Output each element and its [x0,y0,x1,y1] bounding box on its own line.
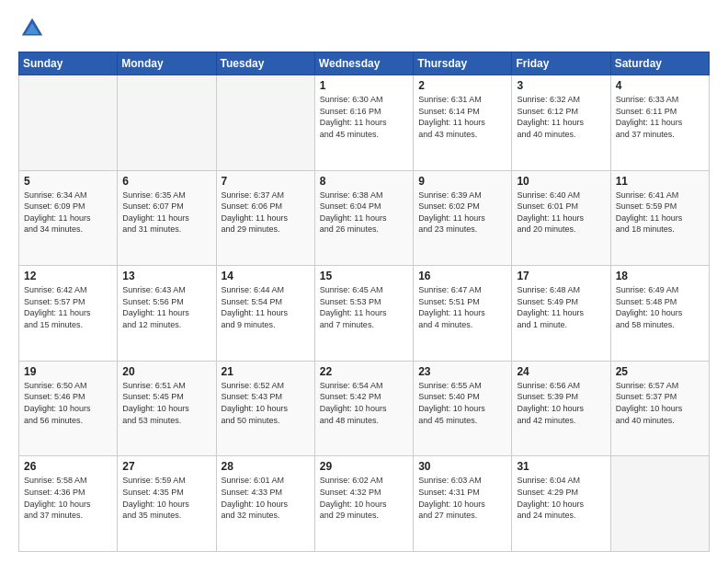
day-info: Sunrise: 6:33 AM Sunset: 6:11 PM Dayligh… [616,94,704,140]
calendar-week-1: 1Sunrise: 6:30 AM Sunset: 6:16 PM Daylig… [19,75,710,171]
day-number: 11 [616,175,704,188]
calendar-cell: 13Sunrise: 6:43 AM Sunset: 5:56 PM Dayli… [118,266,216,362]
day-number: 30 [418,460,506,473]
calendar-cell: 24Sunrise: 6:56 AM Sunset: 5:39 PM Dayli… [512,361,610,456]
day-info: Sunrise: 6:02 AM Sunset: 4:32 PM Dayligh… [320,475,408,521]
weekday-header-tuesday: Tuesday [216,52,314,75]
day-info: Sunrise: 6:39 AM Sunset: 6:02 PM Dayligh… [418,190,506,236]
weekday-header-sunday: Sunday [19,52,118,75]
day-number: 26 [24,460,112,473]
day-info: Sunrise: 6:57 AM Sunset: 5:37 PM Dayligh… [616,380,704,426]
day-info: Sunrise: 6:01 AM Sunset: 4:33 PM Dayligh… [222,475,310,521]
calendar-cell: 31Sunrise: 6:04 AM Sunset: 4:29 PM Dayli… [512,456,610,552]
day-number: 9 [418,175,506,188]
weekday-header-thursday: Thursday [414,52,512,75]
weekday-header-monday: Monday [118,52,216,75]
day-info: Sunrise: 6:44 AM Sunset: 5:54 PM Dayligh… [222,284,310,330]
day-number: 15 [320,270,408,282]
day-info: Sunrise: 6:47 AM Sunset: 5:51 PM Dayligh… [418,284,506,330]
day-info: Sunrise: 6:03 AM Sunset: 4:31 PM Dayligh… [418,475,506,521]
day-number: 29 [320,460,408,473]
calendar-cell: 21Sunrise: 6:52 AM Sunset: 5:43 PM Dayli… [216,361,314,456]
calendar-week-5: 26Sunrise: 5:58 AM Sunset: 4:36 PM Dayli… [19,456,710,552]
calendar-cell: 29Sunrise: 6:02 AM Sunset: 4:32 PM Dayli… [314,456,413,552]
calendar-cell: 28Sunrise: 6:01 AM Sunset: 4:33 PM Dayli… [216,456,314,552]
day-number: 14 [222,270,310,282]
day-number: 2 [418,79,506,92]
day-number: 28 [222,460,310,473]
calendar-cell [216,75,314,171]
calendar-cell: 14Sunrise: 6:44 AM Sunset: 5:54 PM Dayli… [216,266,314,362]
weekday-header-friday: Friday [512,52,610,75]
day-number: 22 [320,365,408,378]
day-number: 25 [616,365,704,378]
day-info: Sunrise: 6:41 AM Sunset: 5:59 PM Dayligh… [616,190,704,236]
day-number: 10 [517,175,605,188]
weekday-header-wednesday: Wednesday [314,52,413,75]
calendar-cell: 27Sunrise: 5:59 AM Sunset: 4:35 PM Dayli… [118,456,216,552]
day-number: 31 [517,460,605,473]
day-info: Sunrise: 6:42 AM Sunset: 5:57 PM Dayligh… [24,284,112,330]
calendar-cell: 9Sunrise: 6:39 AM Sunset: 6:02 PM Daylig… [414,170,512,266]
day-number: 20 [122,365,210,378]
calendar-cell: 30Sunrise: 6:03 AM Sunset: 4:31 PM Dayli… [414,456,512,552]
day-info: Sunrise: 6:56 AM Sunset: 5:39 PM Dayligh… [517,380,605,426]
calendar-cell: 23Sunrise: 6:55 AM Sunset: 5:40 PM Dayli… [414,361,512,456]
calendar-cell: 16Sunrise: 6:47 AM Sunset: 5:51 PM Dayli… [414,266,512,362]
day-number: 4 [616,79,704,92]
day-number: 18 [616,270,704,282]
day-info: Sunrise: 6:04 AM Sunset: 4:29 PM Dayligh… [517,475,605,521]
day-number: 5 [24,175,112,188]
day-number: 1 [320,79,408,92]
day-number: 21 [222,365,310,378]
calendar-cell [118,75,216,171]
day-info: Sunrise: 6:43 AM Sunset: 5:56 PM Dayligh… [122,284,210,330]
day-info: Sunrise: 6:55 AM Sunset: 5:40 PM Dayligh… [418,380,506,426]
day-number: 19 [24,365,112,378]
day-info: Sunrise: 6:31 AM Sunset: 6:14 PM Dayligh… [418,94,506,140]
day-number: 23 [418,365,506,378]
calendar-cell: 5Sunrise: 6:34 AM Sunset: 6:09 PM Daylig… [19,170,118,266]
calendar-cell: 4Sunrise: 6:33 AM Sunset: 6:11 PM Daylig… [610,75,709,171]
calendar-cell: 15Sunrise: 6:45 AM Sunset: 5:53 PM Dayli… [314,266,413,362]
day-number: 12 [24,270,112,282]
day-info: Sunrise: 6:30 AM Sunset: 6:16 PM Dayligh… [320,94,408,140]
calendar-table: SundayMondayTuesdayWednesdayThursdayFrid… [18,52,710,552]
day-info: Sunrise: 5:58 AM Sunset: 4:36 PM Dayligh… [24,475,112,521]
calendar-cell: 1Sunrise: 6:30 AM Sunset: 6:16 PM Daylig… [314,75,413,171]
calendar-cell: 2Sunrise: 6:31 AM Sunset: 6:14 PM Daylig… [414,75,512,171]
calendar-cell [19,75,118,171]
day-info: Sunrise: 6:54 AM Sunset: 5:42 PM Dayligh… [320,380,408,426]
calendar-cell: 18Sunrise: 6:49 AM Sunset: 5:48 PM Dayli… [610,266,709,362]
logo [18,15,50,42]
day-number: 8 [320,175,408,188]
day-info: Sunrise: 6:38 AM Sunset: 6:04 PM Dayligh… [320,190,408,236]
calendar-week-4: 19Sunrise: 6:50 AM Sunset: 5:46 PM Dayli… [19,361,710,456]
day-info: Sunrise: 6:34 AM Sunset: 6:09 PM Dayligh… [24,190,112,236]
day-number: 7 [222,175,310,188]
calendar-cell: 12Sunrise: 6:42 AM Sunset: 5:57 PM Dayli… [19,266,118,362]
calendar-cell [610,456,709,552]
day-number: 13 [122,270,210,282]
calendar-cell: 6Sunrise: 6:35 AM Sunset: 6:07 PM Daylig… [118,170,216,266]
day-number: 17 [517,270,605,282]
calendar-cell: 22Sunrise: 6:54 AM Sunset: 5:42 PM Dayli… [314,361,413,456]
day-number: 6 [122,175,210,188]
day-info: Sunrise: 6:52 AM Sunset: 5:43 PM Dayligh… [222,380,310,426]
day-info: Sunrise: 6:37 AM Sunset: 6:06 PM Dayligh… [222,190,310,236]
calendar-week-2: 5Sunrise: 6:34 AM Sunset: 6:09 PM Daylig… [19,170,710,266]
calendar-header-row: SundayMondayTuesdayWednesdayThursdayFrid… [19,52,710,75]
day-info: Sunrise: 6:48 AM Sunset: 5:49 PM Dayligh… [517,284,605,330]
calendar-week-3: 12Sunrise: 6:42 AM Sunset: 5:57 PM Dayli… [19,266,710,362]
calendar-cell: 8Sunrise: 6:38 AM Sunset: 6:04 PM Daylig… [314,170,413,266]
calendar-cell: 19Sunrise: 6:50 AM Sunset: 5:46 PM Dayli… [19,361,118,456]
calendar-cell: 17Sunrise: 6:48 AM Sunset: 5:49 PM Dayli… [512,266,610,362]
day-number: 27 [122,460,210,473]
page: SundayMondayTuesdayWednesdayThursdayFrid… [0,0,728,563]
day-number: 24 [517,365,605,378]
day-info: Sunrise: 6:32 AM Sunset: 6:12 PM Dayligh… [517,94,605,140]
calendar-cell: 20Sunrise: 6:51 AM Sunset: 5:45 PM Dayli… [118,361,216,456]
day-info: Sunrise: 6:50 AM Sunset: 5:46 PM Dayligh… [24,380,112,426]
day-info: Sunrise: 6:51 AM Sunset: 5:45 PM Dayligh… [122,380,210,426]
calendar-cell: 3Sunrise: 6:32 AM Sunset: 6:12 PM Daylig… [512,75,610,171]
